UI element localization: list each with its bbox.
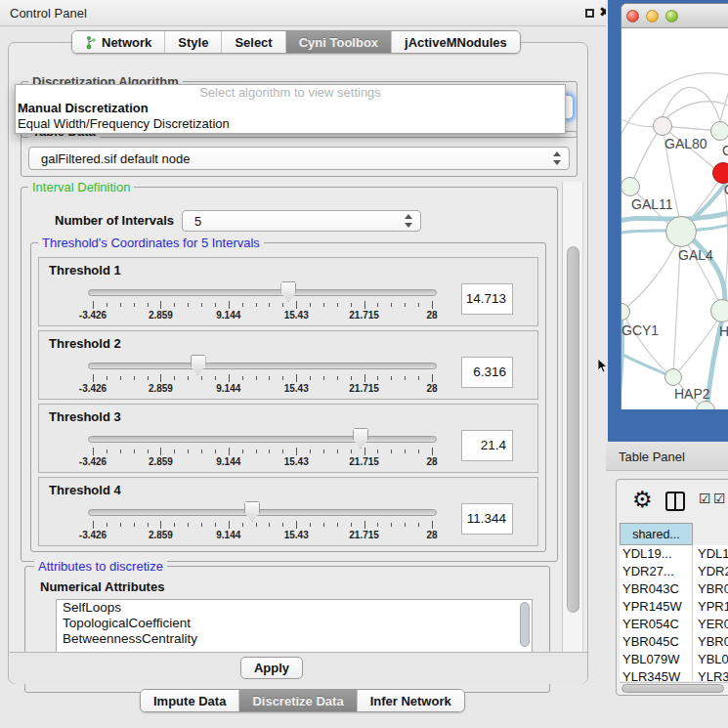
threshold-value-field[interactable]: 21.4 [461,430,513,461]
spinner-arrows-icon[interactable] [553,151,562,165]
threshold-value-field[interactable]: 6.316 [461,357,513,388]
panel-title: Control Panel [10,6,87,21]
popup-hint: Select algorithm to view settings [16,85,565,101]
popup-item-equal-width-frequency[interactable]: Equal Width/Frequency Discretization [16,116,565,132]
attribute-item-betweennesscentrality[interactable]: BetweennessCentrality [57,631,532,647]
tab-label: Select [235,35,272,50]
table-hscrollbar-track[interactable] [620,682,728,694]
threshold-value-field[interactable]: 11.344 [461,503,513,535]
network-node-h[interactable] [710,299,728,322]
threshold-value-field[interactable]: 14.713 [461,283,513,315]
cell-name: YBR0 [693,580,728,598]
gear-icon[interactable]: ⚙ [632,485,653,514]
tab-impute-data[interactable]: Impute Data [141,690,238,711]
tab-discretize-data[interactable]: Discretize Data [238,690,356,711]
column-view-icon[interactable] [665,492,685,511]
node-label-gal4: GAL4 [678,247,713,263]
network-node-gal80[interactable] [653,116,672,136]
number-of-intervals-spinner[interactable]: 5 [182,210,421,232]
slider-track[interactable] [88,289,437,296]
right-pane: GAL80GCGAL11GAL4GCY1HHAP2 Table Panel ⚙ … [606,0,728,728]
cell-name: YLR3 [693,668,728,681]
slider-ticks [93,374,432,382]
panel-scrollbar-track[interactable] [562,182,583,652]
tab-network[interactable]: Network [72,31,164,53]
node-label-g: G [722,143,728,158]
slider-track[interactable] [88,509,437,516]
node-label-gcy1: GCY1 [621,322,659,338]
node-label-gal11: GAL11 [631,196,673,212]
threshold-row: Threshold 4 -3.4262.8599.14415.4321.7152… [38,477,538,546]
slider-track[interactable] [88,363,437,369]
cell-shared-name: YBR045C [620,633,693,651]
minimize-traffic-light-icon[interactable] [646,10,659,22]
network-canvas[interactable]: GAL80GCGAL11GAL4GCY1HHAP2 [621,28,728,409]
control-panel-titlebar: Control Panel ✖ [0,0,606,26]
table-row[interactable]: YDR27...YDR2 [620,563,728,580]
network-icon [85,35,97,50]
network-node-gal4[interactable] [665,216,697,247]
table-panel: ⚙ ☑ ☑ shared...na YDL19...YDL1YDR27...YD… [616,479,728,696]
table-row[interactable]: YBL079WYBL0 [620,651,728,668]
table-data-value: galFiltered.sif default node [41,151,190,166]
network-node-hap2[interactable] [664,368,682,386]
attribute-item-topologicalcoefficient[interactable]: TopologicalCoefficient [57,616,532,631]
table-hscrollbar-thumb[interactable] [621,684,724,693]
tab-cyni-toolbox[interactable]: Cyni Toolbox [285,31,391,53]
network-view-focus-frame: GAL80GCGAL11GAL4GCY1HHAP2 [608,0,728,442]
checkbox-icon[interactable]: ☑ [699,491,711,506]
table-data-combobox[interactable]: galFiltered.sif default node [28,147,570,170]
column-header-shared[interactable]: shared... [620,523,693,545]
cell-shared-name: YBL079W [620,651,693,668]
threshold-row: Threshold 3 -3.4262.8599.14415.4321.7152… [38,404,538,473]
list-scrollbar-thumb[interactable] [520,602,530,647]
threshold-row: Threshold 2 -3.4262.8599.14415.4321.7152… [38,330,538,400]
zoom-traffic-light-icon[interactable] [665,10,678,22]
slider-ticks [93,448,432,455]
close-traffic-light-icon[interactable] [626,10,639,22]
table-rows: YDL19...YDL1YDR27...YDR2YBR043CYBR0YPR14… [620,545,728,681]
slider-thumb[interactable] [353,428,368,449]
table-row[interactable]: YER054CYER0 [620,616,728,633]
tab-jactivemnodules[interactable]: jActiveMNodules [391,31,520,53]
slider-thumb[interactable] [280,281,296,302]
network-node-g[interactable] [710,121,728,141]
tab-select[interactable]: Select [221,31,284,53]
tab-label: Style [178,35,208,50]
spinner-arrows-icon[interactable] [405,214,413,228]
tab-style[interactable]: Style [164,31,221,53]
slider-track[interactable] [88,436,437,443]
slider-tick-labels: -3.4262.8599.14415.4321.71528 [93,310,432,321]
bottom-tab-bar: Impute DataDiscretize DataInfer Network [140,689,465,712]
interval-definition-legend: Interval Definition [28,181,134,194]
table-row[interactable]: YPR145WYPR1 [620,598,728,616]
popup-item-manual-discretization[interactable]: Manual Discretization [16,101,565,116]
table-row[interactable]: YDL19...YDL1 [620,545,728,563]
attribute-item-selfloops[interactable]: SelfLoops [57,600,532,616]
cell-name: YBR0 [693,633,728,651]
table-panel-titlebar: Table Panel [606,443,728,471]
thresholds-legend: Threshold's Coordinates for 5 Intervals [38,236,264,250]
checkbox-icon[interactable]: ☑ [713,491,726,506]
tab-label: Discretize Data [252,694,343,708]
mouse-cursor [597,359,609,374]
slider-thumb[interactable] [244,501,260,522]
numerical-attributes-list[interactable]: SelfLoopsTopologicalCoefficientBetweenne… [56,599,533,655]
tab-infer-network[interactable]: Infer Network [357,690,464,711]
threshold-label: Threshold 4 [49,483,121,497]
network-node-gal11[interactable] [621,177,640,196]
slider-tick-labels: -3.4262.8599.14415.4321.71528 [93,383,432,395]
panel-scrollbar-thumb[interactable] [567,246,579,613]
tab-label: Impute Data [153,694,226,708]
table-row[interactable]: YBR045CYBR0 [620,633,728,651]
table-panel-title: Table Panel [619,450,685,464]
network-window-titlebar[interactable] [621,4,728,28]
network-node-c[interactable] [712,162,728,184]
tab-label: Infer Network [370,694,451,708]
apply-button[interactable]: Apply [240,657,303,679]
table-row[interactable]: YBR043CYBR0 [620,580,728,598]
float-window-icon[interactable] [585,9,594,18]
slider-thumb[interactable] [191,355,206,375]
threshold-row: Threshold 1 -3.4262.8599.14415.4321.7152… [38,257,538,326]
table-row[interactable]: YLR345WYLR3 [620,668,728,681]
